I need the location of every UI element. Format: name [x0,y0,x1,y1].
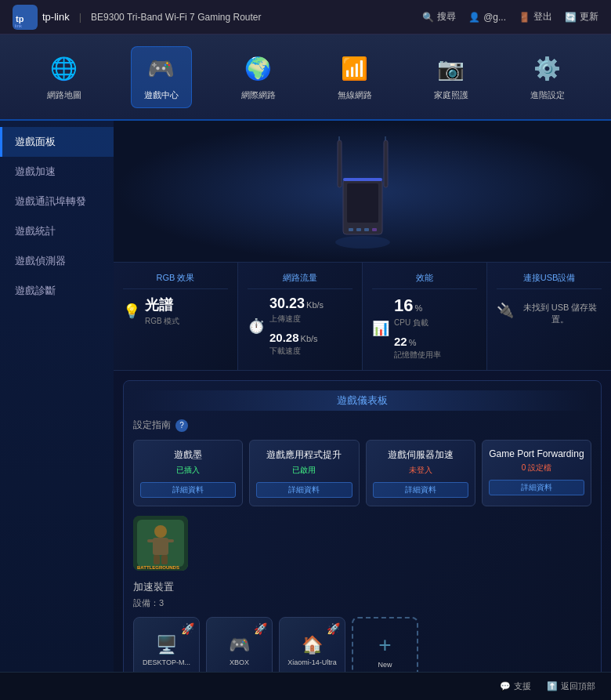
device-icon-0: 🖥️ [156,635,177,655]
content-area: RGB 效果 💡 光譜 RGB 模式 網路流量 ⏱️ 30.23 [114,121,611,672]
sidebar-label-game-boost: 遊戲加速 [15,165,56,177]
stat-card-rgb: RGB 效果 💡 光譜 RGB 模式 [114,263,238,370]
nav-item-game-center[interactable]: 🎮 遊戲中心 [131,46,192,108]
advanced-icon: ⚙️ [532,53,563,85]
sidebar-label-game-port: 遊戲通訊埠轉發 [15,195,86,207]
svg-rect-11 [356,228,361,231]
download-label: 下載速度 [269,346,324,357]
download-unit: Kb/s [301,334,318,343]
mem-label: 記憶體使用率 [394,350,441,361]
game-center-icon: 🎮 [146,53,177,85]
top-bar-right: 🔍 搜尋 👤 @g... 🚪 登出 🔄 更新 [422,10,598,24]
back-top-button[interactable]: ⬆️ 返回頂部 [547,680,595,692]
nav-item-parental[interactable]: 📷 家庭照護 [421,47,481,107]
network-map-icon: 🌐 [49,53,80,85]
svg-rect-21 [154,555,160,564]
rgb-sub: RGB 模式 [145,316,179,327]
game-dashboard-section: 遊戲儀表板 設定指南 ? 遊戲墨 已插入 詳細資料 遊戲應用程式提升 已啟用 詳… [123,380,602,672]
upload-value: 30.23 [269,296,305,312]
cpu-label: CPU 負載 [394,317,441,328]
guide-card-title-1: 遊戲應用程式提升 [256,448,352,462]
user-button[interactable]: 👤 @g... [468,12,506,23]
game-dashboard-title: 遊戲儀表板 [133,390,591,411]
sidebar-item-game-port[interactable]: 遊戲通訊埠轉發 [0,187,114,216]
add-device-button[interactable]: + New [352,617,418,672]
nav-item-advanced[interactable]: ⚙️ 進階設定 [518,47,577,107]
nav-label-wireless: 無線網路 [338,89,372,101]
sidebar-label-game-diag: 遊戲診斷 [15,285,56,296]
user-icon: 👤 [468,12,480,23]
accel-icon-0: 🚀 [181,622,194,635]
svg-rect-5 [343,178,382,181]
nav-label-parental: 家庭照護 [434,89,468,101]
usb-no-device: 未找到 USB 儲存裝置。 [519,302,602,325]
device-card-2[interactable]: 🚀 🏠 Xiaomi-14-Ultra [279,617,345,672]
main-layout: 遊戲面板 遊戲加速 遊戲通訊埠轉發 遊戲統計 遊戲偵測器 遊戲診斷 [0,121,611,672]
usb-icon: 🔌 [497,302,514,319]
search-button[interactable]: 🔍 搜尋 [422,10,456,24]
device-name-1: XBOX [230,658,249,666]
parental-icon: 📷 [436,53,467,85]
logout-icon: 🚪 [519,12,530,23]
update-button[interactable]: 🔄 更新 [565,10,598,24]
sidebar-item-game-diag[interactable]: 遊戲診斷 [0,276,114,306]
cpu-unit: % [414,303,422,313]
add-icon: + [378,633,391,658]
guide-card-2[interactable]: 遊戲伺服器加速 未登入 詳細資料 [366,440,475,506]
stat-title-usb: 連接USB設備 [497,272,602,289]
game-thumbnail-0[interactable]: BATTLEGROUNDS [133,516,188,571]
sidebar-item-game-stats[interactable]: 遊戲統計 [0,216,114,246]
top-bar: tp link tp-link | BE9300 Tri-Band Wi-Fi … [0,0,611,34]
sidebar-item-game-boost[interactable]: 遊戲加速 [0,157,114,187]
nav-item-network-map[interactable]: 🌐 網路地圖 [34,47,94,107]
guide-card-title-0: 遊戲墨 [140,448,236,462]
back-top-label: 返回頂部 [561,680,595,692]
guide-card-0[interactable]: 遊戲墨 已插入 詳細資料 [133,440,243,506]
svg-rect-20 [164,539,174,542]
sidebar: 遊戲面板 遊戲加速 遊戲通訊埠轉發 遊戲統計 遊戲偵測器 遊戲診斷 [0,121,114,672]
support-label: 支援 [514,680,531,692]
nav-item-internet[interactable]: 🌍 網際網路 [229,47,288,107]
brand-name: tp-link [42,11,70,23]
stat-title-network: 網路流量 [248,272,352,289]
svg-point-14 [335,236,390,248]
rgb-icon: 💡 [123,303,140,320]
internet-icon: 🌍 [243,53,274,85]
logout-button[interactable]: 🚪 登出 [519,10,552,24]
guide-card-link-2[interactable]: 詳細資料 [373,482,468,498]
help-icon[interactable]: ? [175,419,188,432]
sidebar-item-game-detect[interactable]: 遊戲偵測器 [0,246,114,276]
svg-text:BATTLEGROUNDS: BATTLEGROUNDS [137,565,179,570]
svg-rect-10 [349,228,353,231]
device-icon-2: 🏠 [302,635,323,655]
hero-section [114,121,611,262]
mem-value: 22 [394,335,407,348]
svg-rect-4 [347,183,378,223]
nav-item-wireless[interactable]: 📶 無線網路 [325,47,385,107]
svg-rect-19 [147,539,157,542]
device-card-1[interactable]: 🚀 🎮 XBOX [206,617,273,672]
sidebar-item-game-dashboard[interactable]: 遊戲面板 [0,127,114,157]
guide-card-1[interactable]: 遊戲應用程式提升 已啟用 詳細資料 [249,440,359,506]
setup-guide-label: 設定指南 [133,419,171,432]
game-list-section: BATTLEGROUNDS [133,516,591,571]
guide-card-link-3[interactable]: 詳細資料 [489,480,584,495]
back-top-icon: ⬆️ [547,681,558,691]
nav-bar: 🌐 網路地圖 🎮 遊戲中心 🌍 網際網路 📶 無線網路 📷 家庭照護 ⚙️ 進階… [0,34,611,121]
device-cards: 🚀 🖥️ DESKTOP-M... 🚀 🎮 XBOX 🚀 🏠 X [133,617,591,672]
performance-icon: 📊 [372,320,389,337]
search-icon: 🔍 [422,12,434,23]
accel-icon-1: 🚀 [254,622,267,635]
device-icon-1: 🎮 [229,635,250,655]
support-button[interactable]: 💬 支援 [500,680,531,692]
mem-unit: % [409,338,417,347]
network-icon: ⏱️ [248,317,265,335]
stat-main-rgb: 💡 光譜 RGB 模式 [123,296,228,327]
svg-text:link: link [15,24,23,28]
device-card-0[interactable]: 🚀 🖥️ DESKTOP-M... [133,617,200,672]
guide-card-link-1[interactable]: 詳細資料 [256,482,352,498]
guide-card-link-0[interactable]: 詳細資料 [140,482,236,498]
svg-point-17 [154,525,167,538]
guide-card-3[interactable]: Game Port Forwarding 0 設定檔 詳細資料 [482,440,591,506]
nav-label-game-center: 遊戲中心 [144,89,179,101]
